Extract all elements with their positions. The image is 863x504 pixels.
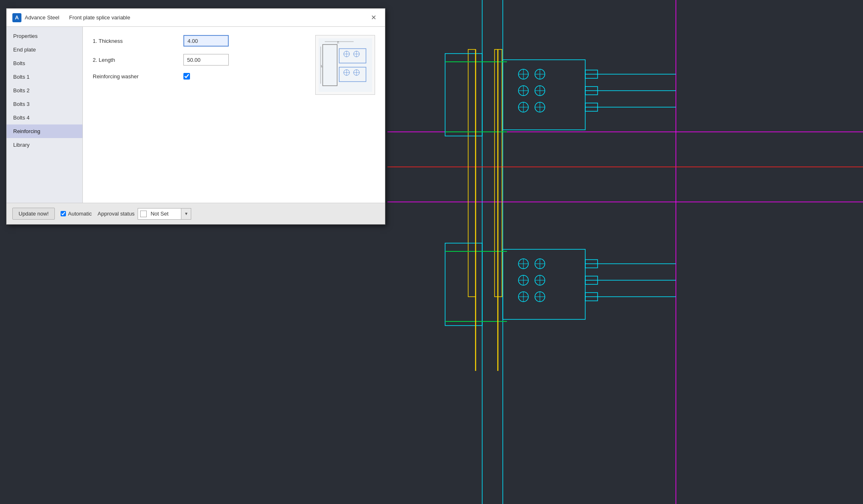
reinforcing-washer-checkbox-container (183, 73, 190, 80)
dialog: A Advance Steel Front plate splice varia… (6, 8, 385, 225)
automatic-label: Automatic (68, 211, 92, 217)
thickness-row: 1. Thickness (93, 35, 307, 47)
close-button[interactable]: ✕ (368, 12, 379, 23)
reinforcing-washer-checkbox[interactable] (183, 73, 190, 80)
svg-rect-0 (387, 0, 863, 504)
dialog-body: Properties End plate Bolts Bolts 1 Bolts… (7, 27, 385, 203)
update-now-button[interactable]: Update now! (12, 208, 55, 220)
sidebar-item-bolts4[interactable]: Bolts 4 (7, 111, 82, 124)
sidebar-item-properties[interactable]: Properties (7, 29, 82, 43)
reinforcing-washer-row: Reinforcing washer (93, 73, 307, 80)
approval-status-label: Approval status (98, 211, 135, 217)
sidebar: Properties End plate Bolts Bolts 1 Bolts… (7, 27, 83, 203)
sidebar-item-library[interactable]: Library (7, 138, 82, 152)
sidebar-item-bolts[interactable]: Bolts (7, 56, 82, 70)
automatic-section: Automatic (61, 211, 92, 217)
approval-dropdown[interactable]: Not Set ▼ (138, 208, 191, 220)
bottom-bar: Update now! Automatic Approval status No… (7, 203, 385, 224)
form-section: 1. Thickness 2. Length Reinforcing washe… (93, 35, 307, 195)
length-input[interactable] (183, 54, 229, 66)
main-content: 1. Thickness 2. Length Reinforcing washe… (83, 27, 385, 203)
reinforcing-washer-label: Reinforcing washer (93, 73, 183, 80)
approval-dropdown-text: Not Set (149, 211, 181, 217)
automatic-checkbox[interactable] (61, 211, 66, 216)
title-bar: A Advance Steel Front plate splice varia… (7, 9, 385, 27)
svg-text:1.: 1. (321, 65, 323, 68)
svg-text:2.: 2. (337, 41, 340, 44)
preview-area: 2. 1. (315, 35, 375, 95)
approval-status-indicator (140, 211, 147, 217)
approval-section: Approval status Not Set ▼ (98, 208, 192, 220)
svg-rect-67 (319, 38, 372, 92)
approval-dropdown-arrow[interactable]: ▼ (181, 209, 191, 219)
preview-svg: 2. 1. (319, 38, 372, 92)
sidebar-item-bolts2[interactable]: Bolts 2 (7, 84, 82, 97)
sidebar-item-bolts3[interactable]: Bolts 3 (7, 97, 82, 111)
app-name: Advance Steel (25, 14, 59, 21)
length-label: 2. Length (93, 57, 183, 63)
thickness-label: 1. Thickness (93, 38, 183, 44)
cad-drawing (387, 0, 863, 504)
sidebar-item-end-plate[interactable]: End plate (7, 43, 82, 56)
dialog-title: Front plate splice variable (69, 14, 130, 21)
sidebar-item-bolts1[interactable]: Bolts 1 (7, 70, 82, 84)
title-bar-left: A Advance Steel Front plate splice varia… (12, 13, 130, 22)
thickness-input[interactable] (183, 35, 229, 47)
app-icon: A (12, 13, 21, 22)
length-row: 2. Length (93, 54, 307, 66)
sidebar-item-reinforcing[interactable]: Reinforcing (7, 124, 82, 138)
